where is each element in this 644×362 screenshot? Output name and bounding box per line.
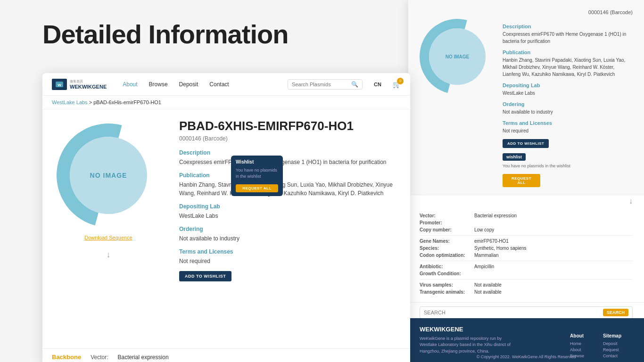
antibiotic-val: Ampicillin [474, 264, 494, 269]
vector-label: Vector: [91, 354, 108, 361]
nav-contact[interactable]: Contact [209, 81, 229, 88]
vector-val: Bacterial expression [474, 213, 517, 218]
rp-search-input[interactable] [424, 310, 600, 315]
species-key: Species: [420, 246, 471, 251]
rp-publication-label: Publication [503, 49, 633, 55]
footer-request-link[interactable]: Request [603, 347, 621, 352]
rp-details-section: Vector: Bacterial expression Promoter: C… [408, 207, 644, 303]
rp-scroll-arrow: ↓ [408, 195, 644, 207]
bottom-bar: Backbone Vector: Bacterial expression [42, 348, 410, 362]
rp-depositing-label: Depositing Lab [503, 82, 633, 88]
publication-text: Hanbin Zhang, Stavrini Papadaki, Xiaotin… [179, 181, 401, 197]
publication-label: Publication [179, 172, 401, 179]
nav-about[interactable]: About [123, 81, 137, 88]
logo[interactable]: W 微客基因 WEKWIKGENE [52, 79, 107, 90]
detail-row-promoter: Promoter: [420, 220, 633, 225]
footer-deposit-link[interactable]: Deposit [603, 341, 621, 346]
antibiotic-key: Antibiotic: [420, 264, 471, 269]
request-all-button[interactable]: REQUEST ALL [236, 184, 278, 192]
wishlist-popup-title: Wishlist [236, 159, 278, 165]
description-label: Description [179, 149, 401, 156]
copy-key: Copy number: [420, 227, 471, 232]
rp-no-image: NO IMAGE [420, 19, 495, 94]
virus-val: Not available [474, 282, 502, 288]
vector-key: Vector: [420, 213, 471, 218]
cart-button[interactable]: 🛒 0 [393, 81, 401, 88]
rp-wishlist-section: wishlist You have no plasmids in the wis… [503, 152, 633, 187]
rp-top-section: 0000146 (Barcode) NO IMAGE Description C… [408, 0, 644, 195]
rp-request-button[interactable]: REQUEST ALL [503, 174, 540, 187]
gene-key: Gene Names: [420, 239, 471, 244]
footer-about-title: About [570, 333, 584, 338]
gene-val: emirFP670-HO1 [474, 239, 509, 244]
detail-row-codon: Codon optimization: Mammalian [420, 253, 633, 258]
virus-key: Virus samples: [420, 282, 471, 288]
breadcrumb-plasmid: pBAD-6xHis-emirFP670-HO1 [93, 99, 161, 105]
footer-copyright: © Copyright 2022. WeKwikGene All Rights … [408, 354, 644, 359]
language-toggle[interactable]: CN [374, 82, 381, 87]
codon-val: Mammalian [474, 253, 499, 258]
detail-row-virus: Virus samples: Not available [420, 282, 633, 288]
divider3 [420, 279, 633, 280]
promoter-key: Promoter: [420, 220, 471, 225]
breadcrumb-lab[interactable]: WestLake Labs [52, 99, 88, 105]
detail-row-antibiotic: Antibiotic: Ampicillin [420, 264, 633, 269]
rp-terms-label: Terms and Licenses [503, 120, 633, 126]
footer-about-link[interactable]: About [570, 347, 584, 352]
rp-description-text: Coexpresses emirFP670 with Heme Oxygenas… [503, 31, 633, 45]
rp-publication-text: Hanbin Zhang, Stavrini Papadaki, Xiaotin… [503, 57, 633, 78]
search-input[interactable] [292, 82, 348, 87]
rp-info-col: Description Coexpresses emirFP670 with H… [503, 19, 633, 187]
search-icon: 🔍 [351, 81, 358, 88]
wishlist-popup-text: You have no plasmids in the wishlist [236, 167, 278, 179]
right-panel: 0000146 (Barcode) NO IMAGE Description C… [408, 0, 644, 362]
rp-description-label: Description [503, 24, 633, 29]
depositing-lab-label: Depositing Lab [179, 203, 401, 210]
description-text: Coexpresses emirFP670 with Heme Oxygenas… [179, 158, 401, 166]
rp-ordering-label: Ordering [503, 101, 633, 107]
nav-deposit[interactable]: Deposit [179, 81, 198, 88]
detail-row-copy: Copy number: Low copy [420, 227, 633, 232]
cart-badge: 0 [397, 78, 404, 84]
backbone-label: Backbone [52, 354, 81, 361]
vector-value: Bacterial expression [118, 354, 169, 361]
svg-text:W: W [58, 83, 61, 87]
rp-add-wishlist-button[interactable]: ADD TO WISHLIST [503, 139, 549, 148]
transgenic-val: Not available [474, 289, 502, 295]
detail-row-growth: Growth Condition: [420, 271, 633, 276]
no-image-circle: NO IMAGE [57, 123, 160, 227]
rp-depositing-text: WestLake Labs [503, 90, 633, 97]
ordering-text: Not available to industry [179, 234, 401, 243]
page-title: Detailed Information [42, 19, 288, 49]
product-barcode: 0000146 (Barcode) [179, 135, 401, 142]
main-content: NO IMAGE Download Sequence ↓ PBAD-6XHIS-… [42, 109, 410, 359]
detail-row-species: Species: Synthetic, Homo sapiens [420, 246, 633, 251]
ordering-label: Ordering [179, 226, 401, 232]
download-sequence-link[interactable]: Download Sequence [52, 235, 165, 240]
terms-label: Terms and Licenses [179, 248, 401, 255]
footer-home-link[interactable]: Home [570, 341, 584, 346]
divider2 [420, 261, 633, 261]
footer-brand: WEKWIKGENE WeKwikGene is a plasmid repos… [420, 326, 514, 355]
navbar: W 微客基因 WEKWIKGENE About Browse Deposit C… [42, 73, 410, 96]
rp-search-box[interactable]: SEARCH [420, 306, 633, 319]
footer-sitemap-title: Sitemap [603, 333, 621, 338]
growth-key: Growth Condition: [420, 271, 471, 276]
product-title: PBAD-6XHIS-EMIRFP670-HO1 [179, 119, 401, 133]
codon-key: Codon optimization: [420, 253, 471, 258]
species-val: Synthetic, Homo sapiens [474, 246, 527, 251]
rp-search-button[interactable]: SEARCH [603, 309, 628, 316]
detail-row-transgenic: Transgenic animals: Not available [420, 289, 633, 295]
rp-footer: WEKWIKGENE WeKwikGene is a plasmid repos… [408, 318, 644, 362]
nav-browse[interactable]: Browse [149, 81, 168, 88]
circle-decoration [42, 109, 179, 246]
scroll-down-arrow: ↓ [52, 250, 165, 260]
rp-terms-text: Not required [503, 127, 633, 134]
rp-wishlist-text: You have no plasmids in the wishlist [503, 164, 633, 168]
detail-row-gene: Gene Names: emirFP670-HO1 [420, 239, 633, 244]
breadcrumb: WestLake Labs > pBAD-6xHis-emirFP670-HO1 [42, 96, 410, 109]
footer-description: WeKwikGene is a plasmid repository run b… [420, 336, 514, 355]
add-to-wishlist-button[interactable]: ADD TO WISHLIST [179, 271, 231, 281]
rp-barcode: 0000146 (Barcode) [420, 9, 633, 15]
search-box[interactable]: 🔍 [288, 79, 363, 90]
